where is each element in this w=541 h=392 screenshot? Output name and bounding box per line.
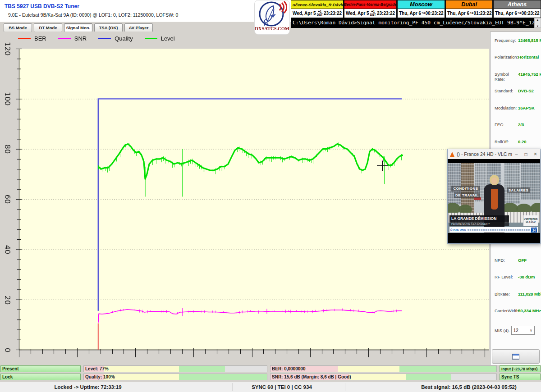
present-badge: Present bbox=[0, 365, 81, 372]
info-row-standard: Standard:DVB-S2 bbox=[495, 88, 540, 95]
info-row-fec: FEC:2/3 bbox=[495, 122, 540, 128]
info-row-modulation: Modulation:16APSK bbox=[495, 105, 540, 112]
mis-dropdown[interactable]: 12 ∨ bbox=[511, 326, 535, 335]
maximize-button[interactable]: □ bbox=[521, 149, 531, 159]
close-button[interactable]: × bbox=[531, 149, 540, 159]
scroll-up-icon[interactable]: ▲ bbox=[536, 18, 539, 21]
status-divider bbox=[345, 383, 345, 391]
console-scrollbar[interactable]: ▲ ▼ bbox=[534, 18, 541, 28]
ber-bar: BER: 0,0000000 bbox=[270, 365, 497, 372]
status-divider bbox=[232, 383, 233, 391]
legend-item-level: Level bbox=[145, 35, 175, 42]
clock-city-label: Athens bbox=[493, 0, 541, 9]
clock-date: Wed, Apr 5 bbox=[293, 11, 316, 16]
clock-hms: 23:23:22 bbox=[377, 11, 395, 16]
y-axis-label: 0 bbox=[0, 343, 14, 357]
tab-tsa[interactable]: TSA (OK) bbox=[94, 23, 123, 32]
info-row-rf-level: RF Level:-38 dBm bbox=[495, 274, 540, 281]
legend-label: SNR bbox=[74, 35, 87, 42]
clock-hms: 00:23:22 bbox=[522, 11, 540, 16]
tab-signal-mon[interactable]: Signal Mon. bbox=[64, 23, 92, 32]
clock-time: Thu, Apr 6 +3 00:23:22 bbox=[493, 9, 541, 18]
clock-date: Wed, Apr 5 bbox=[346, 11, 369, 16]
tab-dt-mode[interactable]: DT Mode bbox=[34, 23, 62, 32]
level-line-swatch bbox=[145, 38, 157, 39]
chart-legend: BER SNR Quality Level bbox=[18, 34, 175, 42]
presenter-top bbox=[491, 189, 498, 210]
clock-berlin: Berlin-Paris-Vienna-Belgrade Wed, Apr 5 … bbox=[344, 0, 397, 18]
clock-time: Thu, Apr 6 +3 00:23:22 bbox=[397, 9, 445, 18]
vlc-cone-icon bbox=[450, 152, 454, 157]
clock-time: Wed, Apr 5 +1DST 23:23:22 bbox=[344, 9, 397, 18]
building bbox=[521, 163, 540, 200]
sync-ts-badge: Sync TS bbox=[500, 374, 541, 380]
program-badge: L'ENTRETIEN DE L'ÉCO bbox=[523, 215, 538, 226]
vlc-window[interactable]: () - France 24 HD - VLC medi... – □ × bbox=[447, 149, 541, 244]
banner-title: LA GRANDE DÉMISSION bbox=[449, 215, 509, 222]
clock-city-label: Moscow bbox=[397, 0, 445, 9]
clock-date: Thu, Apr 6 bbox=[399, 11, 421, 16]
vlc-video-area[interactable]: CONDITIONS DE TRAVAIL SALAIRES LA GRANDE… bbox=[448, 159, 540, 243]
clock-time: Wed, Apr 5 +1DST 23:23:22 bbox=[291, 9, 344, 18]
ber-line-swatch bbox=[18, 38, 31, 39]
info-row-polarization: Polarization:Horizontal bbox=[495, 55, 540, 61]
scroll-down-icon[interactable]: ▼ bbox=[536, 25, 539, 27]
y-axis-label: 100 bbox=[0, 92, 14, 105]
legend-item-quality: Quality bbox=[98, 35, 133, 42]
mis-selected-value: 12 bbox=[513, 328, 518, 333]
signal-chart[interactable] bbox=[0, 32, 490, 364]
clock-tz-offset: +3 bbox=[422, 12, 425, 15]
news-ticker: ÉTATS-UNIS FRANCE 24 bbox=[449, 227, 538, 232]
legend-item-ber: BER bbox=[18, 35, 46, 42]
minimize-button[interactable]: – bbox=[512, 149, 521, 159]
application-window: TBS 5927 USB DVB-S2 Tuner 9.0E - Eutelsa… bbox=[0, 0, 541, 392]
legend-label: Quality bbox=[115, 35, 133, 42]
banner-subtitle: PERDRE SA VIE À LA GAGNER ? bbox=[449, 222, 509, 226]
clock-athens: Athens Thu, Apr 6 +3 00:23:22 bbox=[493, 0, 541, 18]
y-axis-label: 120 bbox=[0, 42, 14, 55]
clock-date: Thu, Apr 6 bbox=[495, 11, 517, 16]
best-signal: Best signal: 16,5 dB (2023-04-03 05:52) bbox=[397, 382, 541, 392]
tuner-subtitle: 9.0E - Eutelsat 9B/Ka-Sat 9A (ID: 0090) … bbox=[8, 12, 178, 18]
clock-time: Thu, Apr 6 +4 01:23:22 bbox=[445, 9, 493, 18]
ticker-label: ÉTATS-UNIS bbox=[450, 228, 466, 231]
dxsatcs-logo: DXSATCS.COM bbox=[255, 0, 289, 34]
ticker-text bbox=[468, 229, 530, 231]
logo-caption: DXSATCS.COM bbox=[255, 26, 289, 31]
y-axis-label: 40 bbox=[0, 243, 14, 256]
tab-bs-mode[interactable]: BS Mode bbox=[4, 23, 32, 32]
uptime-status: Locked -> Uptime: 72:33:19 bbox=[38, 382, 138, 392]
clock-hms: 23:23:22 bbox=[324, 11, 342, 16]
list-icon bbox=[512, 354, 519, 360]
info-row-bitrate: BitRate:111,028 Mbit/s bbox=[495, 292, 540, 298]
info-row-carrierwidth: CarrierWidth:50,334 MHz bbox=[495, 308, 540, 315]
header: TBS 5927 USB DVB-S2 Tuner 9.0E - Eutelsa… bbox=[0, 0, 291, 22]
sync-counters: SYNC 60 | TEI 0 | CC 934 bbox=[241, 382, 322, 392]
satellite-dish-icon bbox=[258, 0, 287, 27]
clock-lucenec: Lučenec-Slovakia_R.Dávid Wed, Apr 5 +1DS… bbox=[291, 0, 344, 18]
topic-overlay-left-1: CONDITIONS bbox=[451, 186, 480, 191]
legend-item-snr: SNR bbox=[58, 35, 87, 42]
presenter-face bbox=[491, 178, 497, 184]
tab-av-player[interactable]: AV Player bbox=[124, 23, 153, 32]
clock-dubai: Dubai Thu, Apr 6 +4 01:23:22 bbox=[445, 0, 493, 18]
input-rate-badge: Input (~23,78 Mbps) bbox=[500, 365, 541, 372]
command-prompt[interactable]: C:\Users\Roman Dávid>Signal monitoring_P… bbox=[291, 18, 534, 28]
topic-overlay-right: SALAIRES bbox=[507, 187, 530, 193]
chevron-down-icon: ∨ bbox=[530, 328, 532, 333]
y-axis-label: 80 bbox=[0, 142, 14, 156]
lock-badge: Lock bbox=[0, 374, 81, 380]
clock-tz-offset: +1DST bbox=[317, 10, 323, 16]
building bbox=[504, 163, 520, 204]
y-axis-label: 60 bbox=[0, 192, 14, 206]
snr-bar: SNR: 15,6 dB (Margin: 8,6 dB | Good) bbox=[270, 374, 497, 380]
vlc-title-bar[interactable]: () - France 24 HD - VLC medi... – □ × bbox=[448, 149, 540, 159]
y-axis-label: 20 bbox=[0, 293, 14, 307]
info-row-npd: NPD:OFF bbox=[495, 258, 540, 264]
clock-date: Thu, Apr 6 bbox=[447, 11, 469, 16]
clock-city-label: Dubai bbox=[445, 0, 493, 9]
panel-bottom-button[interactable] bbox=[492, 349, 540, 364]
page-title: TBS 5927 USB DVB-S2 Tuner bbox=[5, 3, 79, 9]
info-row-symbol-rate: Symbol Rate:41945,752 KS/s bbox=[495, 72, 540, 78]
quality-line-swatch bbox=[98, 38, 111, 39]
